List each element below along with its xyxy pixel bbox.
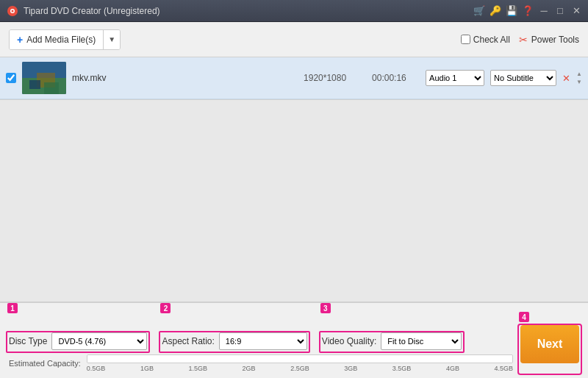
bottom-area: 1 Disc Type DVD-5 (4.76) DVD-9 (8.54) 2 … bbox=[9, 309, 579, 378]
tick-2.5gb: 2.5GB bbox=[290, 365, 309, 372]
svg-rect-7 bbox=[44, 82, 59, 94]
file-resolution: 1920*1080 bbox=[304, 73, 366, 83]
minimize-button[interactable]: ─ bbox=[538, 5, 550, 17]
disc-type-select[interactable]: DVD-5 (4.76) DVD-9 (8.54) bbox=[51, 332, 147, 350]
capacity-row: Estimated Capacity: 0.5GB 1GB 1.5GB 2GB … bbox=[9, 354, 513, 378]
delete-file-button[interactable]: ✕ bbox=[562, 73, 570, 84]
app-title: Tipard DVD Creator (Unregistered) bbox=[24, 6, 473, 16]
app-logo bbox=[6, 4, 19, 18]
bottom-left: 1 Disc Type DVD-5 (4.76) DVD-9 (8.54) 2 … bbox=[9, 316, 513, 378]
add-media-main[interactable]: + Add Media File(s) bbox=[10, 30, 104, 49]
key-icon[interactable]: 🔑 bbox=[490, 5, 501, 17]
title-bar: Tipard DVD Creator (Unregistered) 🛒 🔑 💾 … bbox=[0, 0, 588, 22]
file-order-controls[interactable]: ▲ ▼ bbox=[576, 71, 582, 85]
subtitle-select[interactable]: No Subtitle bbox=[490, 70, 556, 86]
settings-row: 1 Disc Type DVD-5 (4.76) DVD-9 (8.54) 2 … bbox=[9, 316, 513, 350]
next-button-wrapper: 4 Next bbox=[520, 309, 579, 378]
tick-4.5gb: 4.5GB bbox=[494, 365, 513, 372]
audio-select[interactable]: Audio 1 bbox=[426, 70, 484, 86]
plus-icon: + bbox=[17, 34, 23, 46]
tick-3.5gb: 3.5GB bbox=[392, 365, 412, 372]
aspect-ratio-label: Aspect Ratio: bbox=[162, 336, 214, 346]
video-quality-group: 3 Video Quality: Fit to Disc High Medium… bbox=[322, 316, 462, 350]
tick-1gb: 1GB bbox=[140, 365, 154, 372]
toolbar: + Add Media File(s) ▼ Check All ✂ Power … bbox=[0, 22, 588, 57]
check-all-control[interactable]: Check All bbox=[461, 35, 510, 45]
capacity-bar-wrapper: 0.5GB 1GB 1.5GB 2GB 2.5GB 3GB 3.5GB 4GB … bbox=[87, 354, 513, 372]
check-all-checkbox[interactable] bbox=[461, 35, 470, 44]
annotation-3: 3 bbox=[320, 303, 331, 313]
capacity-bar bbox=[87, 354, 513, 363]
bottom-settings: 1 Disc Type DVD-5 (4.76) DVD-9 (8.54) 2 … bbox=[0, 302, 588, 378]
aspect-ratio-select[interactable]: 16:9 4:3 bbox=[219, 332, 307, 350]
add-media-button[interactable]: + Add Media File(s) ▼ bbox=[9, 29, 121, 50]
table-row: mkv.mkv 1920*1080 00:00:16 Audio 1 No Su… bbox=[0, 57, 588, 99]
shop-icon[interactable]: 🛒 bbox=[473, 5, 485, 17]
tick-0.5gb: 0.5GB bbox=[87, 365, 106, 372]
order-down-icon[interactable]: ▼ bbox=[576, 79, 582, 85]
save-icon[interactable]: 💾 bbox=[506, 5, 517, 17]
aspect-ratio-group: 2 Aspect Ratio: 16:9 4:3 bbox=[162, 316, 306, 350]
tick-2gb: 2GB bbox=[243, 365, 256, 372]
file-name: mkv.mkv bbox=[72, 73, 298, 83]
capacity-label: Estimated Capacity: bbox=[9, 359, 81, 368]
power-tools-icon: ✂ bbox=[519, 34, 528, 46]
check-all-label-text: Check All bbox=[473, 35, 510, 45]
capacity-ticks: 0.5GB 1GB 1.5GB 2GB 2.5GB 3GB 3.5GB 4GB … bbox=[87, 365, 513, 372]
file-duration: 00:00:16 bbox=[372, 73, 420, 83]
annotation-4: 4 bbox=[519, 312, 529, 322]
annotation-1: 1 bbox=[7, 303, 18, 313]
video-quality-select[interactable]: Fit to Disc High Medium Low bbox=[381, 332, 462, 350]
file-list: mkv.mkv 1920*1080 00:00:16 Audio 1 No Su… bbox=[0, 57, 588, 100]
thumbnail-image bbox=[22, 62, 66, 94]
file-thumbnail bbox=[22, 62, 66, 94]
disc-type-group: 1 Disc Type DVD-5 (4.76) DVD-9 (8.54) bbox=[9, 316, 147, 350]
order-up-icon[interactable]: ▲ bbox=[576, 71, 582, 77]
help-icon[interactable]: ❓ bbox=[522, 5, 534, 17]
tick-3gb: 3GB bbox=[344, 365, 357, 372]
main-content: mkv.mkv 1920*1080 00:00:16 Audio 1 No Su… bbox=[0, 57, 588, 302]
tick-1.5gb: 1.5GB bbox=[188, 365, 207, 372]
toolbar-right: Check All ✂ Power Tools bbox=[461, 34, 579, 46]
svg-rect-6 bbox=[29, 80, 40, 89]
video-quality-label: Video Quality: bbox=[322, 336, 377, 346]
disc-type-label: Disc Type bbox=[9, 336, 47, 346]
maximize-button[interactable]: □ bbox=[554, 5, 566, 17]
add-media-label: Add Media File(s) bbox=[26, 35, 96, 45]
title-bar-controls: 🛒 🔑 💾 ❓ ─ □ ✕ bbox=[473, 5, 582, 17]
power-tools-label: Power Tools bbox=[531, 35, 579, 45]
next-button[interactable]: Next bbox=[520, 325, 579, 363]
power-tools-button[interactable]: ✂ Power Tools bbox=[519, 34, 579, 46]
svg-point-2 bbox=[12, 10, 14, 12]
add-media-dropdown-arrow[interactable]: ▼ bbox=[104, 30, 120, 49]
annotation-2: 2 bbox=[160, 303, 171, 313]
close-button[interactable]: ✕ bbox=[570, 5, 582, 17]
tick-4gb: 4GB bbox=[446, 365, 459, 372]
file-checkbox[interactable] bbox=[6, 73, 16, 83]
